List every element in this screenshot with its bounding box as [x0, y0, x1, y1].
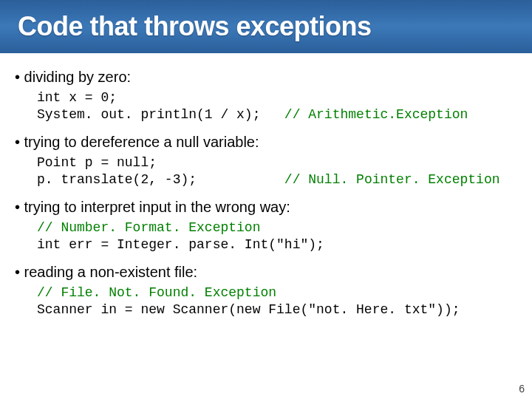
code-line: int x = 0; [37, 90, 117, 105]
code-comment: // Number. Format. Exception [37, 220, 260, 235]
page-number: 6 [519, 383, 525, 395]
code-comment: // Null. Pointer. Exception [284, 172, 500, 187]
slide-content: dividing by zero: int x = 0; System. out… [0, 53, 532, 318]
bullet-divide-by-zero: dividing by zero: [15, 68, 517, 86]
bullet-file-not-found: reading a non-existent file: [15, 263, 517, 282]
bullet-parse-error: trying to interpret input in the wrong w… [15, 198, 517, 216]
code-line: p. translate(2, -3); [37, 172, 284, 187]
code-line: Scanner in = new Scanner(new File("not. … [37, 302, 460, 317]
code-line: Point p = null; [37, 155, 157, 170]
slide-title: Code that throws exceptions [18, 11, 372, 42]
code-block-4: // File. Not. Found. Exception Scanner i… [37, 284, 517, 318]
code-comment: // File. Not. Found. Exception [37, 285, 276, 300]
code-block-2: Point p = null; p. translate(2, -3); // … [37, 154, 517, 188]
code-block-3: // Number. Format. Exception int err = I… [37, 219, 517, 253]
title-bar: Code that throws exceptions [0, 0, 532, 53]
code-block-1: int x = 0; System. out. println(1 / x); … [37, 89, 517, 123]
bullet-null-deref: trying to dereference a null variable: [15, 133, 517, 151]
code-line: int err = Integer. parse. Int("hi"); [37, 237, 324, 252]
code-line: System. out. println(1 / x); [37, 107, 284, 122]
code-comment: // Arithmetic.Exception [284, 107, 468, 122]
slide: Code that throws exceptions dividing by … [0, 0, 532, 399]
